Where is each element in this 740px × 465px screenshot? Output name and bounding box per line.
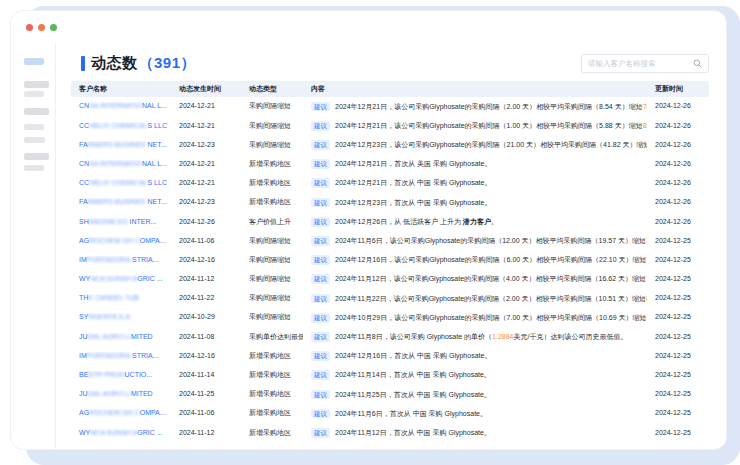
- customer-name-pre: CN: [79, 160, 89, 167]
- customer-name-link[interactable]: AGROCHEM GH COMPA...: [71, 409, 171, 417]
- customer-name-link[interactable]: JUDAL AGRO LIMITED: [71, 333, 171, 341]
- activity-table: 客户名称 动态发生时间 动态类型 内容 更新时间 CNXA INTERNATIO…: [71, 81, 709, 442]
- occur-time-cell: 2024-12-16: [171, 352, 241, 360]
- sidebar-item-8[interactable]: [24, 165, 44, 171]
- customer-name-link[interactable]: AGROCHEM GH COMPA...: [71, 237, 171, 245]
- table-row: CNXA INTERNATIONAL L...2024-12-21新增采购地区建…: [71, 155, 709, 174]
- customer-name-pre: FA: [79, 141, 88, 148]
- customer-name-post: GRIC ...: [137, 275, 162, 282]
- customer-name-link[interactable]: WYNCA SUNSH AGRIC ...: [71, 275, 171, 283]
- customer-name-link[interactable]: SHANGHAI EG INTER...: [71, 218, 171, 226]
- sidebar-item-1[interactable]: [24, 58, 44, 65]
- customer-name-post: MITED: [131, 390, 153, 397]
- window-zoom-button[interactable]: [50, 24, 57, 31]
- update-time-cell: 2024-12-25: [647, 333, 709, 341]
- update-time-cell: 2024-12-26: [647, 102, 709, 110]
- suggestion-badge: 建议: [311, 409, 330, 419]
- customer-name-link[interactable]: THE CANDEL TUB: [71, 294, 171, 302]
- occur-time-cell: 2024-12-21: [171, 179, 241, 187]
- customer-name-blur: PORTADORA: [87, 352, 132, 359]
- customer-name-pre: SH: [79, 218, 89, 225]
- customer-name-link[interactable]: FARMERS BUSINES NET...: [71, 198, 171, 206]
- customer-name-link[interactable]: BESTR PRODUCTIO...: [71, 371, 171, 379]
- content-cell: 建议2024年11月12日，该公司采购Glyphosate的采购间隔（4.00 …: [303, 274, 647, 284]
- column-header-occur-time: 动态发生时间: [171, 84, 241, 94]
- table-row: CNXA INTERNATIONAL L...2024-12-21采购间隔缩短建…: [71, 97, 709, 116]
- customer-name-blur: ANGHAI EG: [89, 218, 130, 225]
- sidebar-item-5[interactable]: [24, 124, 44, 130]
- content-cell: 建议2024年12月23日，该公司采购Glyphosate的采购间隔（21.00…: [303, 140, 647, 150]
- occur-time-cell: 2024-11-08: [171, 333, 241, 341]
- content-cell: 建议2024年11月6日，该公司采购Glyphosate的采购间隔（12.00 …: [303, 236, 647, 246]
- content-cell: 建议2024年12月16日，该公司采购Glyphosate的采购间隔（6.00 …: [303, 255, 647, 265]
- customer-name-pre: WY: [79, 429, 90, 436]
- customer-name-pre: WY: [79, 275, 90, 282]
- column-header-customer-name: 客户名称: [71, 84, 171, 94]
- customer-name-post: INTER...: [130, 218, 157, 225]
- table-row: AGROCHEM GH COMPA...2024-11-06采购间隔缩短建议20…: [71, 231, 709, 250]
- occur-time-cell: 2024-10-29: [171, 313, 241, 321]
- content-segment: 2024年12月21日，该公司采购Glyphosate的采购间隔（1.00 天）…: [335, 122, 643, 129]
- customer-name-pre: IM: [79, 352, 87, 359]
- table-row: WYNCA SUNSH AGRIC ...2024-11-12新增采购地区建议2…: [71, 423, 709, 442]
- window-minimize-button[interactable]: [38, 24, 45, 31]
- customer-name-link[interactable]: CNXA INTERNATIONAL L...: [71, 160, 171, 168]
- suggestion-badge: 建议: [311, 274, 330, 284]
- content-segment: 2024年11月12日，该公司采购Glyphosate的采购间隔（4.00 天）…: [335, 275, 646, 282]
- customer-name-link[interactable]: CCHELIX CHEMICALS LLC: [71, 179, 171, 187]
- suggestion-badge: 建议: [311, 370, 330, 380]
- customer-name-blur: HELIX CHEMICAL: [89, 122, 147, 129]
- content-segment: 2024年11月14日，首次从 中国 采购 Glyphosate。: [335, 371, 491, 378]
- page-title-wrap: 动态数（391）: [71, 54, 196, 73]
- occur-time-cell: 2024-11-12: [171, 275, 241, 283]
- table-row: FARMERS BUSINES NET...2024-12-23采购间隔缩短建议…: [71, 135, 709, 154]
- type-cell: 新增采购地区: [241, 179, 303, 187]
- customer-name-post: OMPA...: [140, 409, 166, 416]
- main-panel: 动态数（391） 客户名称 动态发生时间 动态类型 内容 更新时间: [56, 43, 726, 449]
- update-time-cell: 2024-12-25: [647, 275, 709, 283]
- suggestion-badge: 建议: [311, 217, 330, 227]
- suggestion-badge: 建议: [311, 140, 330, 150]
- page-title: 动态数（391）: [91, 54, 196, 73]
- customer-name-link[interactable]: JUDAL AGRO LIMITED: [71, 390, 171, 398]
- search-input[interactable]: [588, 59, 689, 68]
- occur-time-cell: 2024-12-23: [171, 198, 241, 206]
- content-segment: 。: [491, 218, 498, 225]
- customer-name-link[interactable]: SYNGENTA S.A.: [71, 313, 171, 321]
- suggestion-badge: 建议: [311, 294, 330, 304]
- customer-name-pre: AG: [79, 237, 89, 244]
- customer-name-pre: JU: [79, 390, 88, 397]
- customer-name-pre: CC: [79, 122, 89, 129]
- content-segment: 2024年11月25日，首次从 中国 采购 Glyphosate。: [335, 391, 491, 398]
- sidebar-item-3[interactable]: [24, 91, 44, 97]
- sidebar-item-7[interactable]: [24, 153, 49, 160]
- customer-name-link[interactable]: WYNCA SUNSH AGRIC ...: [71, 429, 171, 437]
- page-title-text: 动态数: [91, 54, 138, 71]
- sidebar-item-2[interactable]: [24, 81, 49, 88]
- customer-name-post: NAL L...: [142, 102, 167, 109]
- suggestion-badge: 建议: [311, 255, 330, 265]
- type-cell: 新增采购地区: [241, 429, 303, 437]
- customer-name-link[interactable]: CCHELIX CHEMICALS LLC: [71, 122, 171, 130]
- customer-name-post: MITED: [131, 333, 153, 340]
- sidebar-item-6[interactable]: [24, 137, 45, 143]
- customer-name-link[interactable]: IMPORTADORA STRIA...: [71, 256, 171, 264]
- sidebar-item-4[interactable]: [24, 108, 49, 115]
- content-segment: 2024年12月21日，首次从 中国 采购 Glyphosate。: [335, 179, 491, 186]
- content-segment: 2024年12月16日，该公司采购Glyphosate的采购间隔（6.00 天）…: [335, 256, 647, 263]
- type-cell: 新增采购地区: [241, 352, 303, 360]
- type-cell: 采购间隔缩短: [241, 237, 303, 245]
- customer-name-link[interactable]: FARMERS BUSINES NET...: [71, 141, 171, 149]
- customer-name-link[interactable]: IMPORTADORA STRIA...: [71, 352, 171, 360]
- content-segment: 2024年11月12日，首次从 中国 采购 Glyphosate。: [335, 429, 491, 436]
- type-cell: 采购间隔缩短: [241, 275, 303, 283]
- window-close-button[interactable]: [26, 24, 33, 31]
- type-cell: 新增采购地区: [241, 409, 303, 417]
- customer-name-blur: NGENTA S.A.: [88, 313, 131, 320]
- record-count: （391）: [139, 54, 197, 71]
- customer-name-link[interactable]: CNXA INTERNATIONAL L...: [71, 102, 171, 110]
- suggestion-badge: 建议: [311, 198, 330, 208]
- update-time-cell: 2024-12-25: [647, 352, 709, 360]
- content-segment: 2024年12月26日，从 低活跃客户 上升为: [335, 218, 463, 225]
- table-row: SHANGHAI EG INTER...2024-12-26客户价值上升建议20…: [71, 212, 709, 231]
